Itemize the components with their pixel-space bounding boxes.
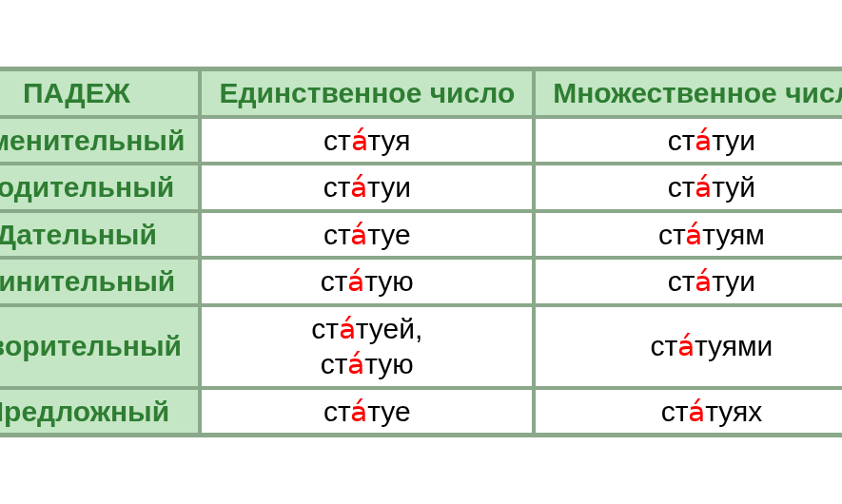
stressed-vowel: а́ bbox=[695, 125, 712, 156]
word-pre: ст bbox=[311, 313, 338, 344]
singular-cell: ста́туей,ста́тую bbox=[201, 306, 533, 387]
word-form: ста́туи bbox=[323, 171, 411, 203]
word-form: ста́туи bbox=[668, 265, 755, 297]
word-form: ста́тую bbox=[321, 348, 414, 379]
case-name-cell: Творительный bbox=[0, 306, 199, 387]
word-form: ста́туям bbox=[658, 219, 765, 250]
word-form: ста́тую bbox=[321, 265, 414, 297]
table-row: Винительныйста́туюста́туи bbox=[0, 259, 842, 304]
word-post: туям bbox=[702, 219, 765, 250]
stressed-vowel: а́ bbox=[695, 265, 712, 297]
header-case: ПАДЕЖ bbox=[0, 70, 199, 116]
singular-cell: ста́туи bbox=[201, 165, 533, 210]
singular-cell: ста́тую bbox=[201, 259, 533, 304]
stressed-vowel: а́ bbox=[695, 171, 712, 203]
word-form: ста́туя bbox=[323, 125, 410, 156]
word-post: туе bbox=[367, 396, 410, 427]
word-form: ста́туях bbox=[661, 396, 762, 427]
plural-cell: ста́туями bbox=[535, 306, 842, 387]
table-row: Именительныйста́туяста́туи bbox=[0, 118, 842, 164]
case-name-cell: Именительный bbox=[0, 118, 199, 164]
stressed-vowel: а́ bbox=[347, 348, 364, 379]
word-post: туями bbox=[695, 330, 773, 361]
word-post: туе bbox=[367, 219, 410, 250]
word-form: ста́туи bbox=[668, 125, 755, 156]
word-form: ста́туй bbox=[668, 171, 755, 203]
table-body: Именительныйста́туяста́туиРодительныйста… bbox=[0, 118, 842, 435]
case-name-cell: Дательный bbox=[0, 212, 199, 258]
table-row: Творительныйста́туей,ста́туюста́туями bbox=[0, 306, 842, 387]
word-post: тую bbox=[364, 348, 414, 379]
stressed-vowel: а́ bbox=[347, 265, 364, 297]
word-post: туях bbox=[705, 396, 762, 427]
stressed-vowel: а́ bbox=[685, 219, 702, 250]
stressed-vowel: а́ bbox=[339, 313, 356, 344]
singular-cell: ста́туя bbox=[201, 118, 533, 164]
word-pre: ст bbox=[658, 219, 685, 250]
header-plural: Множественное число bbox=[535, 70, 842, 116]
word-form: ста́туями bbox=[651, 330, 773, 361]
word-form: ста́туе bbox=[323, 219, 411, 250]
plural-cell: ста́туи bbox=[535, 118, 842, 164]
word-form: ста́туей, bbox=[311, 313, 422, 344]
case-name-cell: Родительный bbox=[0, 165, 199, 210]
word-post: туй bbox=[712, 171, 755, 203]
plural-cell: ста́туй bbox=[535, 165, 842, 210]
table-row: Дательныйста́туеста́туям bbox=[0, 212, 842, 258]
stressed-vowel: а́ bbox=[350, 219, 367, 250]
case-name-cell: Винительный bbox=[0, 259, 199, 304]
stressed-vowel: а́ bbox=[677, 330, 695, 361]
word-pre: ст bbox=[323, 171, 350, 203]
word-post: туи bbox=[367, 171, 411, 203]
word-post: туи bbox=[712, 265, 755, 297]
word-pre: ст bbox=[323, 125, 350, 156]
header-row: ПАДЕЖ Единственное число Множественное ч… bbox=[0, 70, 842, 116]
declension-table: ПАДЕЖ Единственное число Множественное ч… bbox=[0, 67, 842, 437]
word-pre: ст bbox=[668, 125, 695, 156]
plural-cell: ста́туи bbox=[535, 259, 842, 304]
word-post: туей, bbox=[356, 313, 423, 344]
word-pre: ст bbox=[321, 265, 347, 297]
word-pre: ст bbox=[323, 396, 350, 427]
word-pre: ст bbox=[323, 219, 350, 250]
table-row: Родительныйста́туиста́туй bbox=[0, 165, 842, 210]
word-post: туя bbox=[368, 125, 411, 156]
table-row: Предложныйста́туеста́туях bbox=[0, 389, 842, 435]
word-pre: ст bbox=[321, 348, 347, 379]
case-name-cell: Предложный bbox=[0, 389, 199, 435]
singular-cell: ста́туе bbox=[201, 212, 533, 258]
word-form: ста́туе bbox=[323, 396, 411, 427]
stressed-vowel: а́ bbox=[350, 396, 367, 427]
stressed-vowel: а́ bbox=[350, 171, 367, 203]
plural-cell: ста́туях bbox=[535, 389, 842, 435]
word-pre: ст bbox=[651, 330, 677, 361]
word-pre: ст bbox=[668, 265, 695, 297]
header-singular: Единственное число bbox=[201, 70, 533, 116]
word-pre: ст bbox=[661, 396, 688, 427]
word-post: тую bbox=[364, 265, 414, 297]
word-pre: ст bbox=[668, 171, 695, 203]
stressed-vowel: а́ bbox=[351, 125, 368, 156]
stressed-vowel: а́ bbox=[688, 396, 705, 427]
plural-cell: ста́туям bbox=[535, 212, 842, 258]
word-post: туи bbox=[712, 125, 755, 156]
singular-cell: ста́туе bbox=[201, 389, 533, 435]
